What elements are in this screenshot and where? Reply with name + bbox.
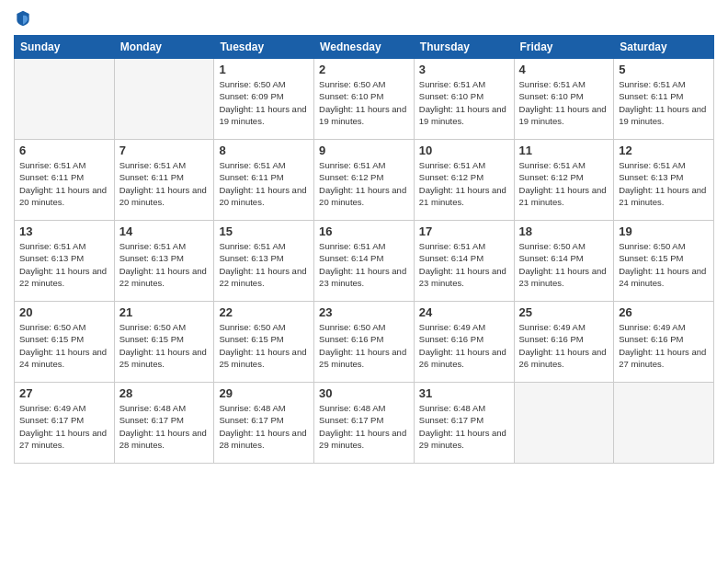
- day-number: 6: [19, 144, 109, 157]
- calendar-cell: 19Sunrise: 6:50 AMSunset: 6:15 PMDayligh…: [614, 221, 714, 302]
- day-info: Sunrise: 6:51 AMSunset: 6:13 PMDaylight:…: [19, 240, 109, 289]
- col-header-friday: Friday: [514, 36, 614, 59]
- calendar-cell: 9Sunrise: 6:51 AMSunset: 6:12 PMDaylight…: [314, 140, 415, 221]
- day-number: 30: [319, 386, 409, 400]
- calendar-cell: [15, 59, 115, 140]
- day-number: 26: [619, 305, 709, 319]
- logo: [14, 9, 36, 28]
- day-number: 31: [419, 386, 509, 400]
- day-number: 12: [619, 144, 709, 157]
- day-info: Sunrise: 6:51 AMSunset: 6:13 PMDaylight:…: [219, 240, 309, 289]
- day-number: 13: [19, 224, 109, 238]
- day-info: Sunrise: 6:50 AMSunset: 6:14 PMDaylight:…: [519, 240, 609, 289]
- week-row-2: 6Sunrise: 6:51 AMSunset: 6:11 PMDaylight…: [15, 140, 714, 221]
- day-info: Sunrise: 6:49 AMSunset: 6:16 PMDaylight:…: [419, 321, 509, 370]
- day-number: 29: [219, 386, 309, 400]
- col-header-wednesday: Wednesday: [314, 36, 415, 59]
- day-number: 8: [219, 144, 309, 157]
- header: [14, 9, 714, 28]
- calendar-cell: 15Sunrise: 6:51 AMSunset: 6:13 PMDayligh…: [214, 221, 314, 302]
- calendar-cell: 11Sunrise: 6:51 AMSunset: 6:12 PMDayligh…: [514, 140, 614, 221]
- calendar-cell: 27Sunrise: 6:49 AMSunset: 6:17 PMDayligh…: [15, 383, 115, 464]
- day-info: Sunrise: 6:50 AMSunset: 6:15 PMDaylight:…: [219, 321, 309, 370]
- day-number: 11: [519, 144, 609, 157]
- day-info: Sunrise: 6:51 AMSunset: 6:12 PMDaylight:…: [419, 159, 509, 208]
- day-number: 18: [519, 224, 609, 238]
- calendar-cell: 26Sunrise: 6:49 AMSunset: 6:16 PMDayligh…: [614, 302, 714, 383]
- day-number: 22: [219, 305, 309, 319]
- day-number: 27: [19, 386, 109, 400]
- day-info: Sunrise: 6:50 AMSunset: 6:10 PMDaylight:…: [319, 78, 409, 127]
- day-info: Sunrise: 6:51 AMSunset: 6:13 PMDaylight:…: [619, 159, 709, 208]
- day-info: Sunrise: 6:50 AMSunset: 6:15 PMDaylight:…: [619, 240, 709, 289]
- day-info: Sunrise: 6:48 AMSunset: 6:17 PMDaylight:…: [419, 402, 509, 451]
- col-header-monday: Monday: [114, 36, 214, 59]
- calendar: SundayMondayTuesdayWednesdayThursdayFrid…: [14, 35, 714, 464]
- calendar-cell: 29Sunrise: 6:48 AMSunset: 6:17 PMDayligh…: [214, 383, 314, 464]
- day-info: Sunrise: 6:51 AMSunset: 6:14 PMDaylight:…: [319, 240, 409, 289]
- day-number: 20: [19, 305, 109, 319]
- calendar-cell: [514, 383, 614, 464]
- day-info: Sunrise: 6:49 AMSunset: 6:16 PMDaylight:…: [519, 321, 609, 370]
- day-info: Sunrise: 6:51 AMSunset: 6:13 PMDaylight:…: [119, 240, 210, 289]
- calendar-cell: 6Sunrise: 6:51 AMSunset: 6:11 PMDaylight…: [15, 140, 115, 221]
- calendar-cell: 21Sunrise: 6:50 AMSunset: 6:15 PMDayligh…: [114, 302, 214, 383]
- calendar-cell: 18Sunrise: 6:50 AMSunset: 6:14 PMDayligh…: [514, 221, 614, 302]
- day-info: Sunrise: 6:51 AMSunset: 6:10 PMDaylight:…: [519, 78, 609, 127]
- day-number: 1: [219, 63, 309, 76]
- calendar-cell: 17Sunrise: 6:51 AMSunset: 6:14 PMDayligh…: [414, 221, 514, 302]
- day-info: Sunrise: 6:48 AMSunset: 6:17 PMDaylight:…: [119, 402, 210, 451]
- calendar-cell: 4Sunrise: 6:51 AMSunset: 6:10 PMDaylight…: [514, 59, 614, 140]
- page: SundayMondayTuesdayWednesdayThursdayFrid…: [0, 0, 728, 563]
- day-info: Sunrise: 6:48 AMSunset: 6:17 PMDaylight:…: [319, 402, 409, 451]
- day-number: 24: [419, 305, 509, 319]
- calendar-cell: 5Sunrise: 6:51 AMSunset: 6:11 PMDaylight…: [614, 59, 714, 140]
- day-info: Sunrise: 6:51 AMSunset: 6:11 PMDaylight:…: [119, 159, 210, 208]
- day-info: Sunrise: 6:51 AMSunset: 6:11 PMDaylight:…: [219, 159, 309, 208]
- day-number: 25: [519, 305, 609, 319]
- day-info: Sunrise: 6:50 AMSunset: 6:16 PMDaylight:…: [319, 321, 409, 370]
- day-number: 10: [419, 144, 509, 157]
- day-number: 16: [319, 224, 409, 238]
- day-number: 14: [119, 224, 210, 238]
- calendar-cell: [614, 383, 714, 464]
- calendar-cell: 22Sunrise: 6:50 AMSunset: 6:15 PMDayligh…: [214, 302, 314, 383]
- day-number: 2: [319, 63, 409, 76]
- calendar-cell: 20Sunrise: 6:50 AMSunset: 6:15 PMDayligh…: [15, 302, 115, 383]
- calendar-header-row: SundayMondayTuesdayWednesdayThursdayFrid…: [15, 36, 714, 59]
- day-number: 17: [419, 224, 509, 238]
- day-info: Sunrise: 6:50 AMSunset: 6:09 PMDaylight:…: [219, 78, 309, 127]
- day-number: 3: [419, 63, 509, 76]
- calendar-cell: 23Sunrise: 6:50 AMSunset: 6:16 PMDayligh…: [314, 302, 415, 383]
- calendar-cell: 1Sunrise: 6:50 AMSunset: 6:09 PMDaylight…: [214, 59, 314, 140]
- day-number: 15: [219, 224, 309, 238]
- day-info: Sunrise: 6:50 AMSunset: 6:15 PMDaylight:…: [19, 321, 109, 370]
- day-info: Sunrise: 6:51 AMSunset: 6:12 PMDaylight:…: [319, 159, 409, 208]
- calendar-cell: 8Sunrise: 6:51 AMSunset: 6:11 PMDaylight…: [214, 140, 314, 221]
- calendar-cell: 31Sunrise: 6:48 AMSunset: 6:17 PMDayligh…: [414, 383, 514, 464]
- calendar-cell: 7Sunrise: 6:51 AMSunset: 6:11 PMDaylight…: [114, 140, 214, 221]
- logo-icon: [14, 9, 32, 28]
- calendar-cell: 30Sunrise: 6:48 AMSunset: 6:17 PMDayligh…: [314, 383, 415, 464]
- day-number: 19: [619, 224, 709, 238]
- day-info: Sunrise: 6:49 AMSunset: 6:16 PMDaylight:…: [619, 321, 709, 370]
- day-number: 9: [319, 144, 409, 157]
- day-info: Sunrise: 6:51 AMSunset: 6:12 PMDaylight:…: [519, 159, 609, 208]
- day-number: 5: [619, 63, 709, 76]
- day-info: Sunrise: 6:50 AMSunset: 6:15 PMDaylight:…: [119, 321, 210, 370]
- calendar-cell: 24Sunrise: 6:49 AMSunset: 6:16 PMDayligh…: [414, 302, 514, 383]
- day-number: 21: [119, 305, 210, 319]
- week-row-4: 20Sunrise: 6:50 AMSunset: 6:15 PMDayligh…: [15, 302, 714, 383]
- day-info: Sunrise: 6:51 AMSunset: 6:11 PMDaylight:…: [19, 159, 109, 208]
- day-number: 7: [119, 144, 210, 157]
- week-row-5: 27Sunrise: 6:49 AMSunset: 6:17 PMDayligh…: [15, 383, 714, 464]
- calendar-cell: 2Sunrise: 6:50 AMSunset: 6:10 PMDaylight…: [314, 59, 415, 140]
- calendar-cell: [114, 59, 214, 140]
- day-info: Sunrise: 6:51 AMSunset: 6:10 PMDaylight:…: [419, 78, 509, 127]
- day-number: 23: [319, 305, 409, 319]
- calendar-cell: 16Sunrise: 6:51 AMSunset: 6:14 PMDayligh…: [314, 221, 415, 302]
- day-info: Sunrise: 6:48 AMSunset: 6:17 PMDaylight:…: [219, 402, 309, 451]
- calendar-cell: 14Sunrise: 6:51 AMSunset: 6:13 PMDayligh…: [114, 221, 214, 302]
- col-header-saturday: Saturday: [614, 36, 714, 59]
- week-row-1: 1Sunrise: 6:50 AMSunset: 6:09 PMDaylight…: [15, 59, 714, 140]
